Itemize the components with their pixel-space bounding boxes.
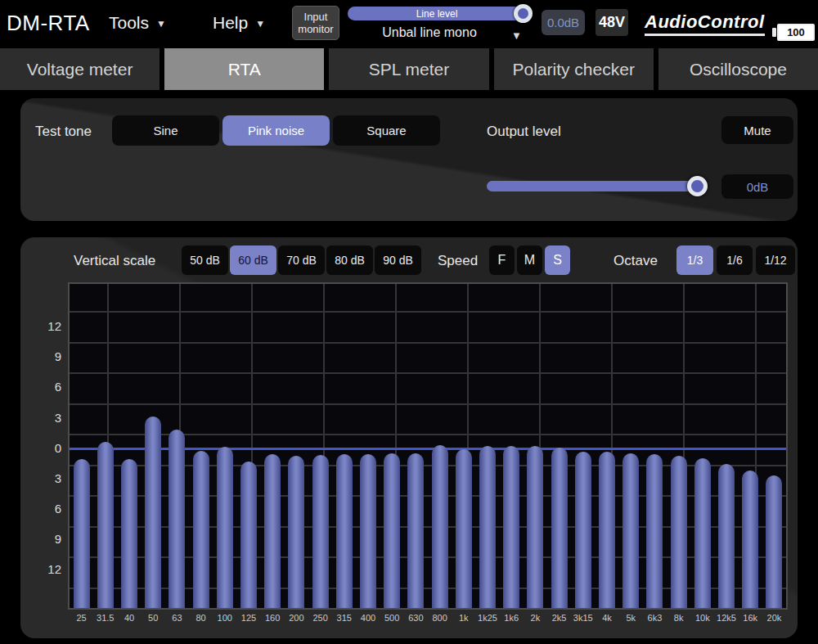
rta-bar	[121, 459, 137, 610]
dm-rta-app: DM-RTA Tools▼ Help▼ Input monitor Line l…	[0, 0, 818, 644]
speed-medium-button[interactable]: M	[517, 245, 542, 275]
rta-bar	[336, 454, 353, 610]
input-monitor-button[interactable]: Input monitor	[292, 6, 339, 40]
rta-bar	[694, 458, 711, 610]
octave-label: Octave	[614, 253, 658, 269]
octave-twelfth-button[interactable]: 1/12	[756, 245, 795, 275]
y-tick-label: 12	[29, 562, 61, 576]
speed-fast-button[interactable]: F	[489, 245, 515, 275]
rta-bar	[264, 454, 281, 610]
help-menu-label: Help	[213, 13, 248, 32]
rta-bar	[742, 471, 758, 610]
vscale-90db-button[interactable]: 90 dB	[375, 245, 421, 275]
tab-spl-meter[interactable]: SPL meter	[329, 48, 488, 90]
vscale-80db-button[interactable]: 80 dB	[326, 245, 373, 275]
y-tick-label: 3	[29, 471, 61, 485]
chevron-down-icon: ▼	[255, 18, 265, 29]
test-tone-sine-button[interactable]: Sine	[112, 115, 219, 146]
test-tone-label: Test tone	[35, 124, 92, 140]
rta-bar	[622, 453, 639, 610]
input-monitor-label-line1: Input	[304, 11, 328, 23]
y-tick-label: 6	[29, 502, 61, 516]
x-tick-label: 20k	[756, 613, 792, 623]
rta-bar	[551, 448, 568, 610]
line-level-group: Line level Unbal line mono ▼	[348, 5, 534, 44]
rta-bar	[432, 445, 448, 610]
h-gridline	[70, 372, 786, 374]
y-tick-label: 9	[29, 349, 61, 363]
battery-status: 100	[777, 0, 818, 47]
test-tone-pink-noise-button[interactable]: Pink noise	[222, 115, 330, 146]
output-level-label: Output level	[487, 124, 561, 140]
h-gridline	[70, 311, 786, 313]
rta-bar	[503, 446, 519, 610]
app-title: DM-RTA	[7, 11, 90, 36]
y-tick-label: 0	[29, 441, 61, 455]
rta-bar	[766, 475, 782, 610]
vscale-50db-button[interactable]: 50 dB	[182, 245, 228, 275]
rta-bar	[575, 452, 591, 610]
y-tick-label: 12	[29, 319, 61, 333]
h-gridline	[70, 342, 786, 344]
rta-bar	[646, 454, 663, 610]
test-tone-square-button[interactable]: Square	[333, 115, 440, 146]
octave-sixth-button[interactable]: 1/6	[717, 245, 753, 275]
vertical-scale-label: Vertical scale	[74, 253, 155, 269]
vscale-70db-button[interactable]: 70 dB	[278, 245, 325, 275]
rta-bar	[74, 459, 90, 610]
rta-bar	[599, 452, 615, 610]
tab-oscilloscope[interactable]: Oscilloscope	[658, 48, 818, 90]
output-level-slider[interactable]	[487, 181, 706, 191]
speed-label: Speed	[438, 253, 478, 269]
tools-menu-label: Tools	[109, 13, 149, 32]
rta-bar	[217, 447, 233, 610]
h-gridline	[70, 403, 786, 405]
output-level-slider-knob[interactable]	[687, 176, 708, 196]
tab-rta[interactable]: RTA	[164, 48, 324, 90]
rta-bar	[384, 453, 400, 610]
tab-polarity-checker[interactable]: Polarity checker	[494, 48, 654, 90]
rta-bar	[671, 456, 687, 610]
main-tabs: Voltage meter RTA SPL meter Polarity che…	[0, 48, 818, 90]
rta-x-axis: 2531.54050638010012516020025031540050063…	[68, 613, 788, 629]
y-tick-label: 9	[29, 532, 61, 546]
battery-icon	[772, 28, 776, 37]
speed-slow-button[interactable]: S	[545, 245, 570, 275]
rta-y-axis: 12963036912	[27, 282, 65, 610]
topbar: DM-RTA Tools▼ Help▼ Input monitor Line l…	[0, 0, 818, 47]
tab-voltage-meter[interactable]: Voltage meter	[0, 48, 160, 90]
test-tone-panel: Test tone Sine Pink noise Square Output …	[20, 98, 798, 221]
line-level-slider-knob[interactable]	[514, 4, 533, 23]
help-menu[interactable]: Help▼	[213, 13, 265, 33]
rta-bar	[527, 446, 543, 610]
input-monitor-label-line2: monitor	[298, 23, 333, 35]
rta-bar	[240, 462, 257, 610]
rta-bar	[456, 449, 472, 610]
vscale-60db-button[interactable]: 60 dB	[230, 245, 276, 275]
tools-menu[interactable]: Tools▼	[109, 13, 166, 33]
rta-bar	[360, 454, 376, 610]
chevron-down-icon[interactable]: ▼	[511, 29, 522, 42]
input-source-value[interactable]: Unbal line mono	[348, 25, 511, 40]
rta-bar	[145, 417, 161, 610]
rta-panel: Vertical scale 50 dB 60 dB 70 dB 80 dB 9…	[20, 237, 798, 638]
rta-bar	[97, 442, 114, 610]
octave-third-button[interactable]: 1/3	[676, 245, 713, 275]
rta-bar	[288, 456, 304, 610]
y-tick-label: 6	[29, 380, 61, 394]
rta-bar	[718, 464, 735, 610]
line-level-label: Line level	[416, 8, 458, 20]
line-level-slider[interactable]: Line level	[348, 7, 526, 20]
rta-bar	[312, 455, 329, 610]
phantom-power-badge: 48V	[596, 9, 628, 36]
rta-plot	[68, 282, 788, 610]
rta-bar	[479, 446, 496, 610]
y-tick-label: 3	[29, 411, 61, 425]
mute-button[interactable]: Mute	[721, 116, 793, 144]
rta-bar	[169, 430, 185, 610]
battery-percent: 100	[777, 24, 815, 41]
rta-bar	[193, 451, 209, 610]
output-level-value: 0dB	[721, 174, 793, 199]
rta-bar	[407, 453, 424, 610]
level-db-readout: 0.0dB	[542, 10, 585, 35]
